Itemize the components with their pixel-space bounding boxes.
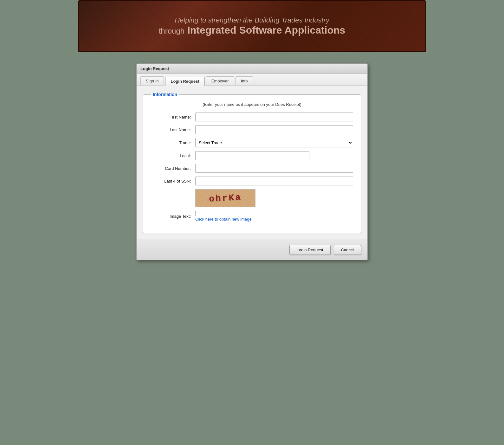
card-number-label: Card Number: bbox=[151, 166, 195, 171]
captcha-text: ohrKa bbox=[209, 192, 242, 204]
card-number-row: Card Number: bbox=[151, 164, 353, 173]
local-row: Local: bbox=[151, 151, 353, 160]
first-name-input[interactable] bbox=[195, 113, 353, 121]
captcha-container: ohrKa bbox=[195, 189, 353, 207]
tab-employer[interactable]: Employer bbox=[206, 76, 234, 85]
image-text-input[interactable] bbox=[195, 211, 353, 216]
first-name-row: First Name: bbox=[151, 113, 353, 121]
login-request-dialog: Login Request Sign In Login Request Empl… bbox=[136, 63, 368, 260]
dialog-footer: Login Request Cancel bbox=[137, 240, 367, 260]
first-name-label: First Name: bbox=[151, 115, 195, 119]
tabs-bar: Sign In Login Request Employer Info bbox=[137, 74, 367, 86]
cancel-button[interactable]: Cancel bbox=[334, 245, 361, 255]
trade-row: Trade: Select Trade bbox=[151, 138, 353, 147]
trade-select[interactable]: Select Trade bbox=[195, 138, 353, 147]
ssn-input[interactable] bbox=[195, 177, 353, 185]
last-name-label: Last Name: bbox=[151, 127, 195, 132]
local-input[interactable] bbox=[195, 151, 309, 160]
dialog-titlebar: Login Request bbox=[137, 64, 367, 74]
ssn-row: Last 4 of SSN: bbox=[151, 177, 353, 185]
tab-login-request[interactable]: Login Request bbox=[165, 77, 204, 86]
header-line1: Helping to strengthen the Building Trade… bbox=[175, 16, 329, 24]
info-legend: Information bbox=[151, 92, 179, 97]
local-label: Local: bbox=[151, 153, 195, 158]
new-image-link[interactable]: Click here to obtain new image bbox=[195, 217, 353, 222]
information-fieldset: Information (Enter your name as it appea… bbox=[143, 92, 361, 233]
tab-info[interactable]: Info bbox=[236, 76, 253, 85]
dialog-title: Login Request bbox=[140, 66, 169, 71]
image-text-label: Image Text: bbox=[151, 214, 195, 219]
header-line2-main: Integrated Software Applications bbox=[187, 24, 345, 36]
card-number-input[interactable] bbox=[195, 164, 353, 173]
last-name-row: Last Name: bbox=[151, 125, 353, 134]
trade-label: Trade: bbox=[151, 140, 195, 145]
login-request-button[interactable]: Login Request bbox=[289, 245, 331, 255]
header-banner: Helping to strengthen the Building Trade… bbox=[78, 0, 426, 52]
header-line2-prefix: through bbox=[159, 27, 184, 35]
ssn-label: Last 4 of SSN: bbox=[151, 179, 195, 184]
header-line2: through Integrated Software Applications bbox=[159, 24, 346, 36]
image-text-row: Image Text: Click here to obtain new ima… bbox=[151, 211, 353, 222]
form-subtitle: (Enter your name as it appears on your D… bbox=[151, 102, 353, 107]
captcha-image: ohrKa bbox=[195, 189, 255, 207]
tab-sign-in[interactable]: Sign In bbox=[140, 76, 164, 85]
last-name-input[interactable] bbox=[195, 125, 353, 134]
dialog-content: Information (Enter your name as it appea… bbox=[137, 86, 367, 240]
